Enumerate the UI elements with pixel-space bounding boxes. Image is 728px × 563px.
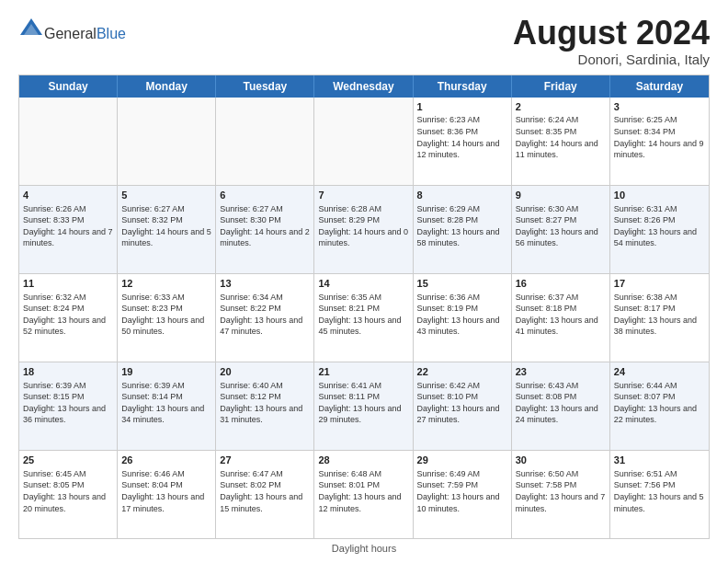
day-info: Sunrise: 6:31 AM Sunset: 8:26 PM Dayligh…	[614, 203, 705, 249]
day-number: 21	[318, 365, 408, 379]
day-info: Sunrise: 6:47 AM Sunset: 8:02 PM Dayligh…	[220, 468, 310, 514]
day-cell-14: 14Sunrise: 6:35 AM Sunset: 8:21 PM Dayli…	[314, 274, 413, 362]
day-info: Sunrise: 6:25 AM Sunset: 8:34 PM Dayligh…	[614, 114, 705, 160]
logo-blue-text: Blue	[97, 26, 126, 41]
day-number: 16	[516, 277, 606, 291]
day-cell-24: 24Sunrise: 6:44 AM Sunset: 8:07 PM Dayli…	[610, 362, 709, 450]
page: GeneralBlue August 2024 Donori, Sardinia…	[0, 0, 728, 563]
day-number: 20	[220, 365, 310, 379]
day-number: 3	[614, 100, 705, 114]
day-info: Sunrise: 6:24 AM Sunset: 8:35 PM Dayligh…	[516, 114, 606, 160]
day-info: Sunrise: 6:41 AM Sunset: 8:11 PM Dayligh…	[318, 380, 408, 426]
day-cell-15: 15Sunrise: 6:36 AM Sunset: 8:19 PM Dayli…	[414, 274, 512, 362]
day-info: Sunrise: 6:23 AM Sunset: 8:36 PM Dayligh…	[417, 114, 507, 160]
day-cell-12: 12Sunrise: 6:33 AM Sunset: 8:23 PM Dayli…	[118, 274, 216, 362]
day-cell-19: 19Sunrise: 6:39 AM Sunset: 8:14 PM Dayli…	[118, 362, 216, 450]
header-day-wednesday: Wednesday	[314, 75, 413, 98]
day-info: Sunrise: 6:40 AM Sunset: 8:12 PM Dayligh…	[220, 380, 310, 426]
day-cell-23: 23Sunrise: 6:43 AM Sunset: 8:08 PM Dayli…	[512, 362, 610, 450]
day-info: Sunrise: 6:29 AM Sunset: 8:28 PM Dayligh…	[417, 203, 507, 249]
day-info: Sunrise: 6:36 AM Sunset: 8:19 PM Dayligh…	[417, 292, 507, 338]
day-cell-5: 5Sunrise: 6:27 AM Sunset: 8:32 PM Daylig…	[118, 186, 216, 273]
day-number: 14	[318, 277, 408, 291]
calendar-body: 1Sunrise: 6:23 AM Sunset: 8:36 PM Daylig…	[19, 98, 709, 538]
day-info: Sunrise: 6:42 AM Sunset: 8:10 PM Dayligh…	[417, 380, 507, 426]
day-cell-29: 29Sunrise: 6:49 AM Sunset: 7:59 PM Dayli…	[414, 451, 512, 538]
day-cell-11: 11Sunrise: 6:32 AM Sunset: 8:24 PM Dayli…	[19, 274, 118, 362]
day-cell-27: 27Sunrise: 6:47 AM Sunset: 8:02 PM Dayli…	[216, 451, 314, 538]
logo: GeneralBlue	[18, 15, 126, 42]
day-number: 28	[318, 454, 408, 467]
header-day-monday: Monday	[118, 75, 216, 98]
header-day-thursday: Thursday	[414, 75, 512, 98]
day-info: Sunrise: 6:27 AM Sunset: 8:30 PM Dayligh…	[220, 203, 310, 249]
month-year: August 2024	[513, 15, 710, 52]
day-number: 29	[417, 454, 507, 467]
day-number: 8	[417, 189, 507, 202]
day-info: Sunrise: 6:30 AM Sunset: 8:27 PM Dayligh…	[516, 203, 606, 249]
empty-cell-0-0	[19, 98, 118, 185]
day-number: 10	[614, 189, 705, 202]
day-info: Sunrise: 6:38 AM Sunset: 8:17 PM Dayligh…	[614, 292, 705, 338]
day-cell-30: 30Sunrise: 6:50 AM Sunset: 7:58 PM Dayli…	[512, 451, 610, 538]
day-cell-28: 28Sunrise: 6:48 AM Sunset: 8:01 PM Dayli…	[314, 451, 413, 538]
calendar-row-1: 4Sunrise: 6:26 AM Sunset: 8:33 PM Daylig…	[19, 185, 709, 273]
day-cell-16: 16Sunrise: 6:37 AM Sunset: 8:18 PM Dayli…	[512, 274, 610, 362]
header-day-sunday: Sunday	[19, 75, 118, 98]
day-info: Sunrise: 6:35 AM Sunset: 8:21 PM Dayligh…	[318, 292, 408, 338]
header-day-friday: Friday	[512, 75, 610, 98]
calendar-row-3: 18Sunrise: 6:39 AM Sunset: 8:15 PM Dayli…	[19, 362, 709, 450]
day-info: Sunrise: 6:26 AM Sunset: 8:33 PM Dayligh…	[23, 203, 113, 249]
day-info: Sunrise: 6:50 AM Sunset: 7:58 PM Dayligh…	[516, 468, 606, 514]
day-info: Sunrise: 6:27 AM Sunset: 8:32 PM Dayligh…	[121, 203, 211, 249]
day-number: 2	[516, 100, 606, 114]
day-number: 27	[220, 454, 310, 467]
day-cell-9: 9Sunrise: 6:30 AM Sunset: 8:27 PM Daylig…	[512, 186, 610, 273]
day-info: Sunrise: 6:32 AM Sunset: 8:24 PM Dayligh…	[23, 292, 113, 338]
day-cell-25: 25Sunrise: 6:45 AM Sunset: 8:05 PM Dayli…	[19, 451, 118, 538]
day-info: Sunrise: 6:39 AM Sunset: 8:15 PM Dayligh…	[23, 380, 113, 426]
day-info: Sunrise: 6:39 AM Sunset: 8:14 PM Dayligh…	[121, 380, 211, 426]
day-number: 22	[417, 365, 507, 379]
day-info: Sunrise: 6:49 AM Sunset: 7:59 PM Dayligh…	[417, 468, 507, 514]
calendar-row-4: 25Sunrise: 6:45 AM Sunset: 8:05 PM Dayli…	[19, 450, 709, 538]
day-number: 15	[417, 277, 507, 291]
day-number: 23	[516, 365, 606, 379]
day-number: 26	[121, 454, 211, 467]
empty-cell-0-3	[314, 98, 413, 185]
title-block: August 2024 Donori, Sardinia, Italy	[513, 15, 710, 67]
empty-cell-0-2	[216, 98, 314, 185]
footer-note: Daylight hours	[18, 543, 710, 554]
day-number: 12	[121, 277, 211, 291]
day-cell-6: 6Sunrise: 6:27 AM Sunset: 8:30 PM Daylig…	[216, 186, 314, 273]
day-cell-8: 8Sunrise: 6:29 AM Sunset: 8:28 PM Daylig…	[414, 186, 512, 273]
day-number: 7	[318, 189, 408, 202]
day-info: Sunrise: 6:46 AM Sunset: 8:04 PM Dayligh…	[121, 468, 211, 514]
day-number: 4	[23, 189, 113, 202]
calendar-row-0: 1Sunrise: 6:23 AM Sunset: 8:36 PM Daylig…	[19, 98, 709, 185]
day-number: 13	[220, 277, 310, 291]
day-cell-10: 10Sunrise: 6:31 AM Sunset: 8:26 PM Dayli…	[610, 186, 709, 273]
day-number: 6	[220, 189, 310, 202]
logo-icon	[18, 15, 44, 40]
header-day-tuesday: Tuesday	[216, 75, 314, 98]
day-info: Sunrise: 6:48 AM Sunset: 8:01 PM Dayligh…	[318, 468, 408, 514]
day-number: 25	[23, 454, 113, 467]
calendar-row-2: 11Sunrise: 6:32 AM Sunset: 8:24 PM Dayli…	[19, 273, 709, 362]
day-cell-7: 7Sunrise: 6:28 AM Sunset: 8:29 PM Daylig…	[314, 186, 413, 273]
day-number: 31	[614, 454, 705, 467]
day-number: 1	[417, 100, 507, 114]
day-number: 24	[614, 365, 705, 379]
day-info: Sunrise: 6:45 AM Sunset: 8:05 PM Dayligh…	[23, 468, 113, 514]
location: Donori, Sardinia, Italy	[513, 52, 710, 67]
day-info: Sunrise: 6:37 AM Sunset: 8:18 PM Dayligh…	[516, 292, 606, 338]
day-cell-2: 2Sunrise: 6:24 AM Sunset: 8:35 PM Daylig…	[512, 98, 610, 185]
day-number: 18	[23, 365, 113, 379]
day-number: 17	[614, 277, 705, 291]
day-cell-13: 13Sunrise: 6:34 AM Sunset: 8:22 PM Dayli…	[216, 274, 314, 362]
day-cell-22: 22Sunrise: 6:42 AM Sunset: 8:10 PM Dayli…	[414, 362, 512, 450]
day-cell-21: 21Sunrise: 6:41 AM Sunset: 8:11 PM Dayli…	[314, 362, 413, 450]
day-info: Sunrise: 6:43 AM Sunset: 8:08 PM Dayligh…	[516, 380, 606, 426]
header: GeneralBlue August 2024 Donori, Sardinia…	[18, 15, 710, 67]
day-cell-4: 4Sunrise: 6:26 AM Sunset: 8:33 PM Daylig…	[19, 186, 118, 273]
